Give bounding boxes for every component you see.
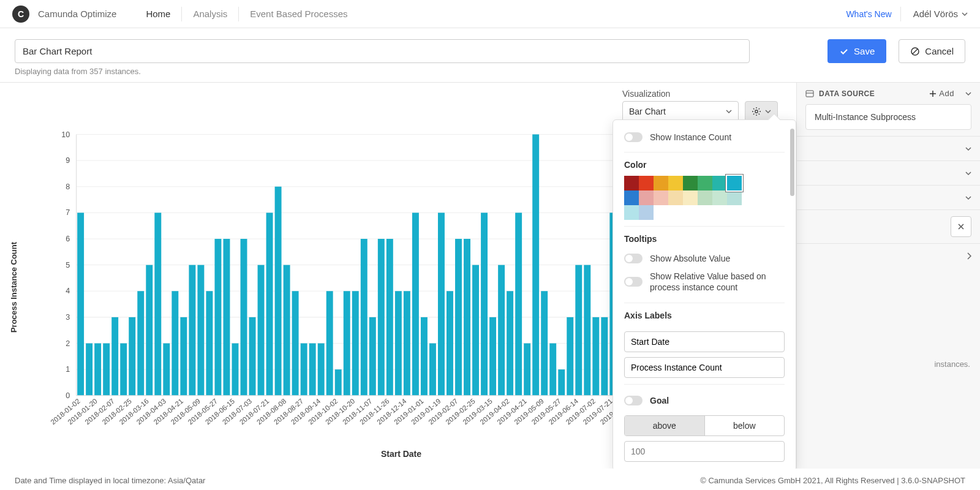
nav-event-based-processes[interactable]: Event Based Processes [238, 7, 358, 21]
color-section-title: Color [624, 160, 785, 170]
nav-home[interactable]: Home [135, 7, 181, 21]
color-swatch[interactable] [654, 190, 668, 205]
svg-text:6: 6 [66, 235, 70, 243]
goal-toggle[interactable] [624, 396, 643, 405]
color-swatch[interactable] [712, 190, 727, 205]
goal-direction-segment: above below [624, 415, 785, 436]
y-axis-label: Process Instance Count [9, 242, 18, 333]
user-menu[interactable]: Adél Vörös [907, 9, 968, 19]
visualization-dropdown[interactable]: Bar Chart [622, 101, 739, 122]
svg-rect-67 [438, 213, 445, 395]
svg-rect-60 [378, 239, 385, 396]
svg-rect-33 [146, 265, 153, 396]
svg-rect-81 [558, 369, 565, 396]
svg-rect-65 [421, 317, 428, 396]
side-section-1[interactable] [797, 136, 980, 160]
svg-rect-35 [163, 344, 170, 396]
svg-rect-84 [584, 265, 590, 396]
svg-rect-66 [429, 344, 436, 396]
chevron-down-icon[interactable] [965, 91, 971, 97]
color-swatch[interactable] [698, 190, 712, 205]
svg-rect-59 [369, 317, 376, 396]
color-swatch[interactable] [639, 190, 654, 205]
side-section-3[interactable] [797, 185, 980, 209]
color-swatch[interactable] [683, 176, 698, 190]
svg-rect-36 [172, 291, 178, 396]
color-swatch[interactable] [624, 205, 639, 220]
svg-rect-47 [266, 213, 273, 395]
svg-rect-56 [344, 291, 350, 396]
tooltips-section-title: Tooltips [624, 234, 785, 244]
visualization-value: Bar Chart [629, 107, 666, 116]
app-logo: C [12, 6, 29, 23]
color-swatch[interactable] [698, 176, 712, 190]
goal-value-input[interactable] [624, 441, 785, 462]
svg-rect-73 [489, 317, 496, 396]
nav-analysis[interactable]: Analysis [181, 7, 238, 21]
user-name: Adél Vörös [913, 9, 958, 19]
svg-text:2: 2 [66, 339, 70, 348]
report-title-input[interactable] [15, 39, 750, 63]
axis-labels-section-title: Axis Labels [624, 311, 785, 320]
app-name: Camunda Optimize [38, 9, 116, 19]
side-footer-text: instances. [797, 360, 980, 374]
remove-button[interactable] [951, 216, 971, 237]
svg-point-2 [755, 110, 758, 113]
color-swatch[interactable] [654, 176, 668, 190]
svg-rect-31 [129, 317, 135, 396]
svg-text:4: 4 [66, 287, 70, 295]
scrollbar-thumb[interactable] [790, 129, 794, 196]
svg-rect-28 [103, 344, 110, 396]
svg-line-1 [913, 49, 918, 54]
data-source-value[interactable]: Multi-Instance Subprocess [805, 104, 971, 130]
show-instance-count-toggle[interactable] [624, 132, 643, 142]
svg-rect-74 [498, 265, 505, 396]
color-swatch[interactable] [683, 190, 698, 205]
show-relative-toggle[interactable] [624, 277, 643, 287]
show-relative-label: Show Relative Value based on process ins… [650, 271, 785, 293]
color-swatch[interactable] [668, 190, 683, 205]
chevron-down-icon [965, 146, 971, 152]
color-swatch[interactable] [668, 176, 683, 190]
color-swatch[interactable] [639, 205, 654, 220]
color-swatch[interactable] [727, 190, 742, 205]
svg-rect-25 [77, 213, 84, 395]
color-swatch[interactable] [624, 176, 639, 190]
chevron-down-icon [965, 195, 971, 201]
axis-x-input[interactable] [624, 331, 785, 352]
whats-new-link[interactable]: What's New [837, 7, 900, 21]
svg-rect-78 [532, 134, 539, 395]
svg-rect-38 [189, 265, 195, 396]
axis-y-input[interactable] [624, 357, 785, 378]
cancel-button[interactable]: Cancel [899, 39, 965, 63]
color-picker [624, 176, 785, 220]
svg-rect-40 [206, 291, 213, 396]
color-swatch[interactable] [639, 176, 654, 190]
svg-rect-80 [549, 344, 556, 396]
svg-rect-54 [326, 291, 333, 396]
svg-text:10: 10 [61, 130, 70, 139]
show-absolute-toggle[interactable] [624, 254, 643, 263]
chevron-down-icon [965, 170, 971, 176]
svg-rect-42 [223, 239, 230, 396]
svg-text:8: 8 [66, 183, 70, 191]
goal-below-button[interactable]: below [704, 416, 785, 435]
svg-rect-57 [352, 291, 359, 396]
color-swatch[interactable] [624, 190, 639, 205]
svg-rect-82 [567, 317, 573, 396]
svg-rect-49 [284, 265, 290, 396]
side-section-5[interactable] [797, 243, 980, 268]
goal-above-button[interactable]: above [625, 416, 704, 435]
chevron-down-icon [726, 108, 732, 115]
svg-rect-43 [232, 344, 239, 396]
color-swatch[interactable] [712, 176, 727, 190]
side-section-2[interactable] [797, 160, 980, 185]
svg-rect-53 [318, 344, 325, 396]
svg-text:7: 7 [66, 208, 70, 217]
save-button[interactable]: Save [827, 39, 886, 63]
color-swatch[interactable] [727, 176, 742, 190]
svg-rect-30 [120, 344, 127, 396]
add-data-source-button[interactable]: Add [929, 89, 954, 98]
svg-rect-44 [241, 239, 247, 396]
svg-rect-70 [464, 239, 470, 396]
